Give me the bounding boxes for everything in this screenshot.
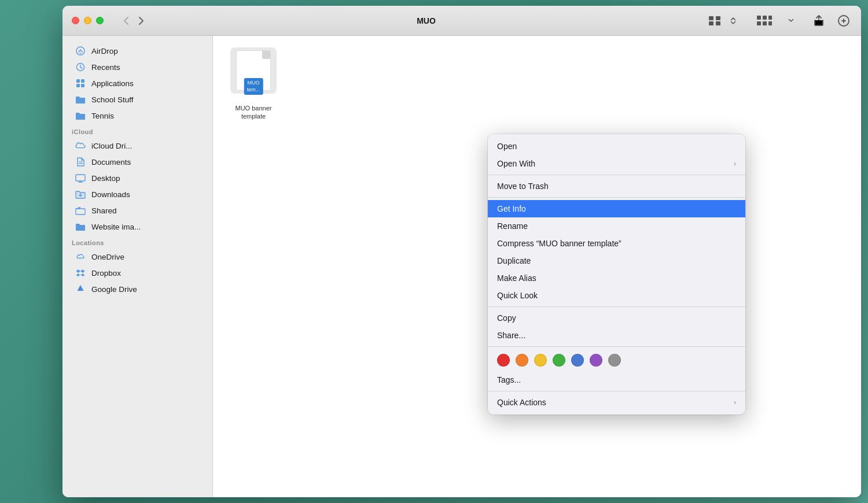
svg-rect-5	[763, 16, 767, 20]
file-content: MUO tem... MUO bannertemplate Open Open …	[213, 36, 861, 497]
sidebar-item-documents[interactable]: Documents	[66, 154, 209, 170]
share-icon	[814, 15, 824, 27]
sidebar-item-school-stuff[interactable]: School Stuff	[66, 91, 209, 108]
dropbox-icon	[75, 268, 86, 278]
minimize-button[interactable]	[84, 17, 91, 24]
main-area: AirDrop Recents	[62, 36, 861, 497]
ctx-tags[interactable]: Tags...	[488, 371, 745, 389]
view-controls	[705, 13, 740, 28]
svg-point-12	[80, 53, 81, 54]
finder-window: MUO	[62, 6, 861, 497]
color-blue[interactable]	[571, 354, 584, 367]
ctx-move-to-trash-label: Move to Trash	[497, 182, 549, 191]
color-yellow[interactable]	[534, 354, 547, 367]
chevron-left-icon	[123, 16, 129, 25]
title-bar: MUO	[62, 6, 861, 36]
ctx-quick-look-label: Quick Look	[497, 291, 538, 300]
sidebar-item-applications[interactable]: Applications	[66, 75, 209, 91]
forward-button[interactable]	[135, 14, 148, 28]
svg-rect-16	[76, 84, 80, 87]
sidebar-item-recents[interactable]: Recents	[66, 59, 209, 75]
folder-school-icon	[75, 94, 86, 105]
ctx-compress[interactable]: Compress “MUO banner template”	[488, 235, 745, 252]
tennis-label: Tennis	[91, 112, 114, 120]
ctx-move-to-trash[interactable]: Move to Trash	[488, 177, 745, 195]
ctx-sep-4	[488, 346, 745, 347]
school-stuff-label: School Stuff	[91, 95, 134, 104]
color-purple[interactable]	[590, 354, 602, 367]
recents-label: Recents	[91, 63, 120, 72]
grid-icon	[708, 16, 721, 26]
ctx-rename-label: Rename	[497, 221, 528, 231]
sidebar-item-shared[interactable]: Shared	[66, 202, 209, 219]
ctx-sep-3	[488, 306, 745, 307]
folder-tennis-icon	[75, 110, 86, 121]
sidebar-item-tennis[interactable]: Tennis	[66, 108, 209, 124]
documents-label: Documents	[91, 158, 131, 167]
file-icon: MUO tem...	[230, 47, 277, 94]
sidebar-item-dropbox[interactable]: Dropbox	[66, 265, 209, 281]
ctx-open-label: Open	[497, 142, 517, 151]
sidebar-item-google-drive[interactable]: Google Drive	[66, 281, 209, 297]
applications-icon	[75, 78, 86, 88]
ctx-rename[interactable]: Rename	[488, 217, 745, 235]
view-dropdown-button[interactable]	[785, 14, 797, 27]
ctx-sep-1	[488, 175, 745, 175]
context-menu: Open Open With › Move to Trash Get Info …	[488, 134, 745, 415]
nav-buttons	[120, 14, 148, 28]
svg-rect-14	[76, 79, 80, 83]
sidebar-item-airdrop[interactable]: AirDrop	[66, 43, 209, 59]
ctx-get-info[interactable]: Get Info	[488, 200, 745, 217]
ctx-quick-actions[interactable]: Quick Actions ›	[488, 394, 745, 411]
svg-rect-7	[757, 21, 761, 25]
ctx-make-alias-label: Make Alias	[497, 273, 536, 283]
ctx-share[interactable]: Share...	[488, 327, 745, 344]
edit-icon	[838, 15, 849, 27]
view-options-button[interactable]	[727, 14, 740, 27]
maximize-button[interactable]	[96, 17, 104, 24]
ctx-sep-5	[488, 391, 745, 391]
icon-view-button[interactable]	[705, 13, 724, 28]
sidebar-item-website-images[interactable]: Website ima...	[66, 219, 209, 235]
chevron-right-icon	[138, 16, 144, 25]
downloads-label: Downloads	[91, 190, 130, 199]
ctx-open-with-label: Open With	[497, 159, 535, 168]
color-orange[interactable]	[516, 354, 528, 367]
documents-icon	[75, 157, 86, 167]
color-green[interactable]	[553, 354, 565, 367]
svg-rect-0	[709, 16, 713, 20]
ctx-duplicate-label: Duplicate	[497, 256, 531, 265]
svg-rect-2	[709, 21, 713, 25]
close-button[interactable]	[72, 17, 79, 24]
onedrive-icon	[75, 252, 86, 262]
ctx-copy[interactable]: Copy	[488, 309, 745, 327]
ctx-open-with-chevron: ›	[734, 160, 736, 168]
ctx-duplicate[interactable]: Duplicate	[488, 252, 745, 269]
svg-rect-20	[76, 175, 85, 181]
color-red[interactable]	[497, 354, 510, 367]
ctx-get-info-label: Get Info	[497, 204, 526, 213]
back-button[interactable]	[120, 14, 133, 28]
edit-button[interactable]	[836, 13, 852, 29]
ctx-quick-look[interactable]: Quick Look	[488, 287, 745, 304]
google-drive-label: Google Drive	[91, 285, 137, 294]
icloud-drive-label: iCloud Dri...	[91, 142, 133, 150]
icloud-drive-icon	[75, 140, 86, 151]
list-view-button[interactable]	[753, 13, 775, 28]
ctx-open-with[interactable]: Open With ›	[488, 155, 745, 172]
ctx-quick-actions-label: Quick Actions	[497, 398, 546, 407]
sidebar-item-desktop[interactable]: Desktop	[66, 170, 209, 186]
dropdown-chevron-icon	[788, 17, 794, 25]
sidebar-item-icloud-drive[interactable]: iCloud Dri...	[66, 138, 209, 154]
sidebar-item-downloads[interactable]: Downloads	[66, 186, 209, 202]
sidebar-item-onedrive[interactable]: OneDrive	[66, 249, 209, 265]
file-item-muo[interactable]: MUO tem... MUO bannertemplate	[225, 47, 282, 121]
color-gray[interactable]	[608, 354, 621, 367]
ctx-make-alias[interactable]: Make Alias	[488, 269, 745, 287]
airdrop-icon	[75, 46, 86, 56]
downloads-icon	[75, 189, 86, 199]
ctx-open[interactable]: Open	[488, 138, 745, 155]
ctx-tags-label: Tags...	[497, 375, 521, 384]
ctx-share-label: Share...	[497, 331, 525, 340]
share-button[interactable]	[811, 13, 826, 29]
